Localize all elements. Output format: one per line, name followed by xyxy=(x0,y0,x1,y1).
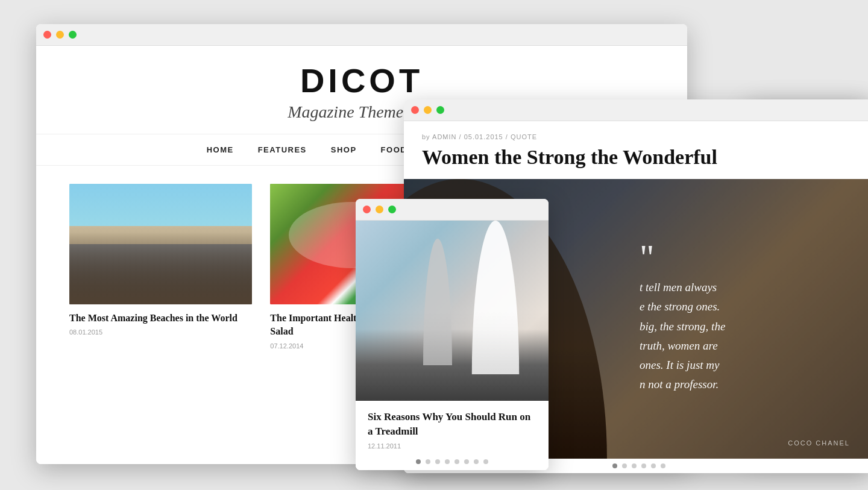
front-hero-overlay xyxy=(356,221,549,401)
quote-text: t tell men always e the strong ones. big… xyxy=(640,278,850,395)
carousel-dot-5[interactable] xyxy=(651,463,656,468)
front-dot-8[interactable] xyxy=(483,459,488,464)
article-title: Women the Strong the Wonderful xyxy=(404,145,868,179)
minimize-button-mid[interactable] xyxy=(424,106,432,114)
quote-block: " t tell men always e the strong ones. b… xyxy=(615,179,868,459)
site-logo: DICOT xyxy=(36,64,687,98)
front-window-content: Six Reasons Why You Should Run on a Trea… xyxy=(356,221,549,470)
front-post-date: 12.11.2011 xyxy=(368,442,536,450)
title-bar-back xyxy=(36,24,687,46)
nav-food[interactable]: FOOD xyxy=(381,145,407,154)
title-bar-mid xyxy=(404,99,868,121)
slider-window: Six Reasons Why You Should Run on a Trea… xyxy=(356,199,549,470)
quote-mark: " xyxy=(640,243,850,272)
carousel-dot-6[interactable] xyxy=(661,463,665,468)
front-hero-image xyxy=(356,221,549,401)
front-post-info: Six Reasons Why You Should Run on a Trea… xyxy=(356,401,549,454)
front-dot-7[interactable] xyxy=(474,459,479,464)
post-date-beach: 08.01.2015 xyxy=(69,328,252,336)
maximize-button-mid[interactable] xyxy=(436,106,444,114)
title-bar-front xyxy=(356,199,549,221)
maximize-button-front[interactable] xyxy=(388,206,396,213)
article-meta: by ADMIN / 05.01.2015 / QUOTE xyxy=(404,121,868,145)
front-dot-3[interactable] xyxy=(435,459,440,464)
front-dot-2[interactable] xyxy=(426,459,430,464)
front-carousel-dots xyxy=(356,454,549,470)
quote-author: COCO CHANEL xyxy=(788,439,850,447)
carousel-dot-1[interactable] xyxy=(612,463,617,468)
nav-home[interactable]: HOME xyxy=(207,145,234,154)
carousel-dot-2[interactable] xyxy=(622,463,627,468)
maximize-button[interactable] xyxy=(69,31,77,39)
carousel-dot-3[interactable] xyxy=(632,463,637,468)
front-post-title: Six Reasons Why You Should Run on a Trea… xyxy=(368,410,536,439)
close-button-mid[interactable] xyxy=(411,106,419,114)
close-button-front[interactable] xyxy=(363,206,371,213)
post-item-beach[interactable]: The Most Amazing Beaches in the World 08… xyxy=(60,184,261,350)
post-image-beach xyxy=(69,184,252,304)
minimize-button-front[interactable] xyxy=(376,206,383,213)
front-dot-4[interactable] xyxy=(445,459,450,464)
post-title-beach: The Most Amazing Beaches in the World xyxy=(69,312,252,325)
nav-features[interactable]: FEATURES xyxy=(258,145,307,154)
carousel-dot-4[interactable] xyxy=(641,463,646,468)
front-dot-5[interactable] xyxy=(454,459,459,464)
nav-shop[interactable]: SHOP xyxy=(331,145,357,154)
front-dot-6[interactable] xyxy=(464,459,469,464)
front-dot-1[interactable] xyxy=(416,459,421,464)
minimize-button[interactable] xyxy=(56,31,64,39)
close-button[interactable] xyxy=(43,31,51,39)
